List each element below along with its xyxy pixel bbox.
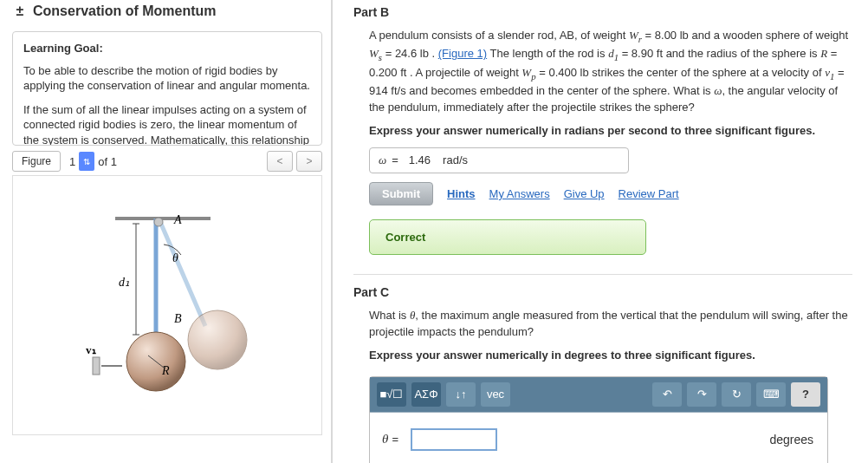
templates-button[interactable]: ■√☐ bbox=[377, 382, 406, 407]
submit-button[interactable]: Submit bbox=[369, 182, 433, 205]
part-c-heading: Part C bbox=[353, 285, 852, 299]
learning-goal-p2: If the sum of all the linear impulses ac… bbox=[23, 102, 311, 146]
hints-link[interactable]: Hints bbox=[447, 187, 476, 200]
my-answers-link[interactable]: My Answers bbox=[489, 187, 550, 200]
part-b-heading: Part B bbox=[353, 5, 852, 19]
learning-goal-heading: Learning Goal: bbox=[23, 41, 311, 56]
vec-button[interactable]: vec bbox=[481, 382, 510, 407]
undo-button[interactable]: ↶ bbox=[652, 382, 682, 407]
theta-unit: degrees bbox=[769, 433, 813, 447]
answer-value: 1.46 bbox=[409, 153, 431, 166]
svg-point-4 bbox=[188, 310, 247, 369]
figure-1-link[interactable]: (Figure 1) bbox=[438, 47, 487, 60]
equation-editor: ■√☐ ΑΣΦ ↓↑ vec ↶ ↷ ↻ ⌨ ? θ = degrees bbox=[369, 376, 828, 463]
figure-canvas: A B R d₁ θ v₁ bbox=[12, 175, 322, 435]
theta-var: θ bbox=[382, 432, 388, 447]
reset-button[interactable]: ↻ bbox=[722, 382, 751, 407]
collapse-icon[interactable]: ± bbox=[12, 3, 28, 19]
answer-var: ω bbox=[379, 153, 386, 167]
fig-label-R: R bbox=[161, 364, 170, 377]
fig-label-v1: v₁ bbox=[86, 343, 96, 356]
svg-point-11 bbox=[154, 218, 163, 226]
part-b-instruction: Express your answer numerically in radia… bbox=[369, 123, 852, 140]
fig-label-B: B bbox=[174, 312, 182, 325]
part-b-text: A pendulum consists of a slender rod, AB… bbox=[369, 28, 852, 116]
figure-pos: 1 bbox=[66, 155, 79, 168]
figure-stepper-icon[interactable]: ⇅ bbox=[79, 152, 94, 171]
correct-badge: Correct bbox=[369, 219, 646, 255]
svg-line-2 bbox=[160, 222, 205, 326]
fig-label-A: A bbox=[173, 213, 182, 226]
part-c-instruction: Express your answer numerically in degre… bbox=[369, 348, 852, 364]
fig-label-d1: d₁ bbox=[119, 276, 130, 289]
redo-button[interactable]: ↷ bbox=[687, 382, 716, 407]
fig-label-theta: θ bbox=[172, 251, 178, 264]
learning-goal-p1: To be able to describe the motion of rig… bbox=[23, 63, 311, 94]
greek-button[interactable]: ΑΣΦ bbox=[411, 382, 441, 407]
learning-goal-box: Learning Goal: To be able to describe th… bbox=[12, 31, 322, 146]
figure-of: of 1 bbox=[98, 155, 117, 168]
theta-input[interactable] bbox=[411, 428, 497, 451]
part-c-text: What is θ, the maximum angle measured fr… bbox=[369, 308, 852, 341]
part-b-answer-box: ω = 1.46 rad/s bbox=[369, 147, 629, 173]
figure-prev-button[interactable]: < bbox=[267, 151, 293, 172]
answer-unit: rad/s bbox=[443, 153, 468, 166]
figure-tab[interactable]: Figure bbox=[12, 151, 61, 172]
help-button[interactable]: ? bbox=[791, 382, 820, 407]
svg-rect-5 bbox=[93, 357, 100, 375]
review-part-link[interactable]: Review Part bbox=[619, 187, 679, 200]
keyboard-button[interactable]: ⌨ bbox=[756, 382, 786, 407]
figure-next-button[interactable]: > bbox=[296, 151, 322, 172]
give-up-link[interactable]: Give Up bbox=[564, 187, 605, 200]
subscript-button[interactable]: ↓↑ bbox=[446, 382, 476, 407]
page-title: Conservation of Momentum bbox=[33, 3, 217, 19]
figure-label: Figure bbox=[13, 155, 60, 167]
